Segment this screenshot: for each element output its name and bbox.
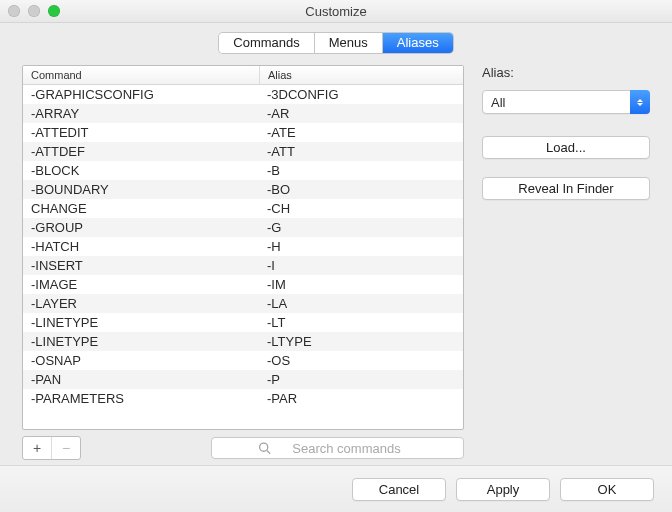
cell-command: -PAN [23,372,259,387]
cell-command: -INSERT [23,258,259,273]
cell-alias: -H [259,239,463,254]
alias-filter-label: Alias: [482,65,650,80]
cell-command: -IMAGE [23,277,259,292]
cell-alias: -IM [259,277,463,292]
cell-alias: -LA [259,296,463,311]
cell-alias: -PAR [259,391,463,406]
table-row[interactable]: -PAN-P [23,370,463,389]
cell-command: -OSNAP [23,353,259,368]
table-row[interactable]: -IMAGE-IM [23,275,463,294]
cancel-button[interactable]: Cancel [352,478,446,501]
add-row-button[interactable]: + [23,437,52,459]
table-row[interactable]: -ARRAY-AR [23,104,463,123]
tab-commands[interactable]: Commands [219,33,314,53]
cell-alias: -BO [259,182,463,197]
tab-strip: CommandsMenusAliases [0,23,672,65]
cell-command: -ATTEDIT [23,125,259,140]
cell-command: -LINETYPE [23,334,259,349]
cell-alias: -B [259,163,463,178]
cell-alias: -AR [259,106,463,121]
traffic-lights [8,5,60,17]
cell-command: -ARRAY [23,106,259,121]
cell-alias: -LTYPE [259,334,463,349]
table-row[interactable]: -GROUP-G [23,218,463,237]
tab-menus[interactable]: Menus [315,33,383,53]
table-row[interactable]: -LAYER-LA [23,294,463,313]
zoom-button[interactable] [48,5,60,17]
column-header-command[interactable]: Command [23,66,260,84]
select-stepper-icon [630,90,650,114]
table-row[interactable]: -BLOCK-B [23,161,463,180]
table-row[interactable]: -ATTDEF-ATT [23,142,463,161]
cell-alias: -ATE [259,125,463,140]
table-row[interactable]: -LINETYPE-LTYPE [23,332,463,351]
tab-aliases[interactable]: Aliases [383,33,453,53]
apply-button[interactable]: Apply [456,478,550,501]
cell-alias: -I [259,258,463,273]
tab-segmented-control[interactable]: CommandsMenusAliases [219,33,452,53]
window-title: Customize [0,4,672,19]
cell-command: -GROUP [23,220,259,235]
add-remove-control: + − [22,436,81,460]
cell-alias: -P [259,372,463,387]
search-input[interactable] [211,437,464,459]
cell-command: -BLOCK [23,163,259,178]
cell-alias: -LT [259,315,463,330]
table-row[interactable]: -HATCH-H [23,237,463,256]
cell-command: -BOUNDARY [23,182,259,197]
table-body: -GRAPHICSCONFIG-3DCONFIG-ARRAY-AR-ATTEDI… [23,85,463,408]
cell-command: -ATTDEF [23,144,259,159]
minimize-button[interactable] [28,5,40,17]
dialog-footer: Cancel Apply OK [0,465,672,512]
load-button[interactable]: Load... [482,136,650,159]
table-row[interactable]: -LINETYPE-LT [23,313,463,332]
cell-alias: -CH [259,201,463,216]
alias-filter-select[interactable]: All [482,90,650,114]
ok-button[interactable]: OK [560,478,654,501]
table-row[interactable]: -BOUNDARY-BO [23,180,463,199]
cell-command: CHANGE [23,201,259,216]
table-row[interactable]: -ATTEDIT-ATE [23,123,463,142]
table-row[interactable]: -OSNAP-OS [23,351,463,370]
close-button[interactable] [8,5,20,17]
cell-command: -LINETYPE [23,315,259,330]
cell-alias: -G [259,220,463,235]
remove-row-button[interactable]: − [52,437,80,459]
aliases-table[interactable]: Command Alias -GRAPHICSCONFIG-3DCONFIG-A… [22,65,464,430]
alias-filter-value: All [491,95,505,110]
cell-alias: -OS [259,353,463,368]
cell-command: -HATCH [23,239,259,254]
cell-command: -PARAMETERS [23,391,259,406]
table-row[interactable]: CHANGE-CH [23,199,463,218]
cell-command: -LAYER [23,296,259,311]
table-row[interactable]: -INSERT-I [23,256,463,275]
table-row[interactable]: -PARAMETERS-PAR [23,389,463,408]
cell-alias: -3DCONFIG [259,87,463,102]
column-header-alias[interactable]: Alias [260,66,463,84]
reveal-in-finder-button[interactable]: Reveal In Finder [482,177,650,200]
titlebar: Customize [0,0,672,23]
cell-alias: -ATT [259,144,463,159]
cell-command: -GRAPHICSCONFIG [23,87,259,102]
table-row[interactable]: -GRAPHICSCONFIG-3DCONFIG [23,85,463,104]
